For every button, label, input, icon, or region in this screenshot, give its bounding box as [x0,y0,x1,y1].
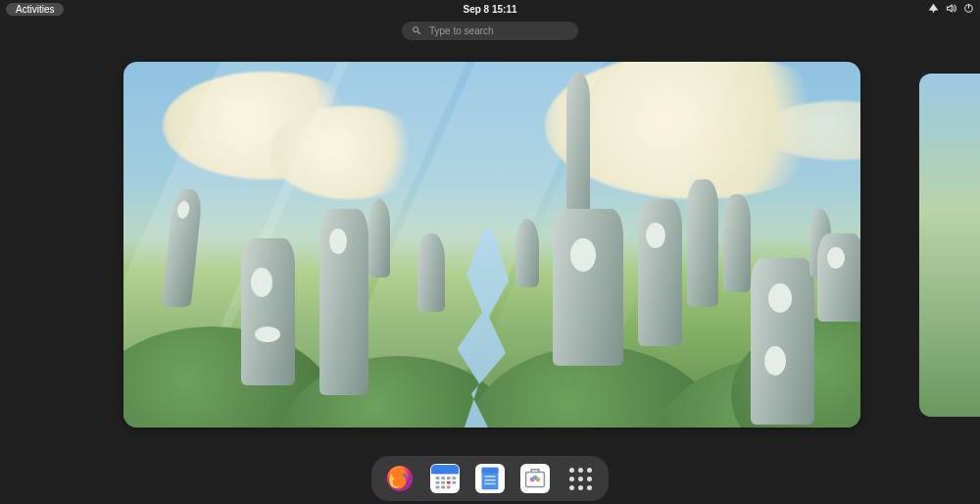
svg-rect-26 [484,483,495,485]
svg-rect-13 [453,477,457,479]
svg-rect-24 [484,476,495,478]
svg-rect-20 [447,481,451,484]
svg-point-3 [414,26,418,31]
overview-search[interactable] [402,22,578,40]
search-input[interactable] [429,25,568,36]
dash-app-files[interactable] [475,464,505,493]
svg-rect-14 [436,481,440,484]
workspace-thumbnail-next[interactable] [919,74,980,417]
firefox-icon [386,465,414,492]
svg-rect-12 [447,477,451,479]
svg-point-0 [933,11,935,13]
network-icon [928,3,939,16]
svg-point-31 [533,476,538,480]
dash [371,456,609,501]
desktop-wallpaper [123,62,860,428]
show-applications-button[interactable] [565,464,595,493]
calendar-icon [430,464,460,493]
workspace-thumbnail-current[interactable] [123,62,860,428]
svg-rect-19 [447,486,451,489]
svg-rect-25 [484,479,495,481]
svg-line-4 [417,31,420,34]
svg-rect-16 [453,481,457,484]
svg-rect-11 [441,477,445,479]
system-status-area[interactable] [928,3,974,16]
svg-rect-23 [482,468,499,474]
search-icon [412,25,421,37]
svg-rect-17 [436,486,440,489]
files-icon [475,464,505,493]
dash-app-firefox[interactable] [385,464,415,493]
svg-rect-18 [441,486,445,489]
activities-button[interactable]: Activities [6,3,64,16]
dash-app-calendar[interactable] [430,464,460,493]
top-bar: Activities Sep 8 15:11 [0,0,980,18]
software-icon [520,464,550,493]
clock[interactable]: Sep 8 15:11 [463,4,516,15]
power-icon [963,3,974,16]
volume-icon [946,3,956,16]
dash-app-software[interactable] [520,464,550,493]
svg-rect-9 [431,472,459,475]
svg-rect-15 [441,481,445,484]
svg-rect-10 [436,477,440,479]
